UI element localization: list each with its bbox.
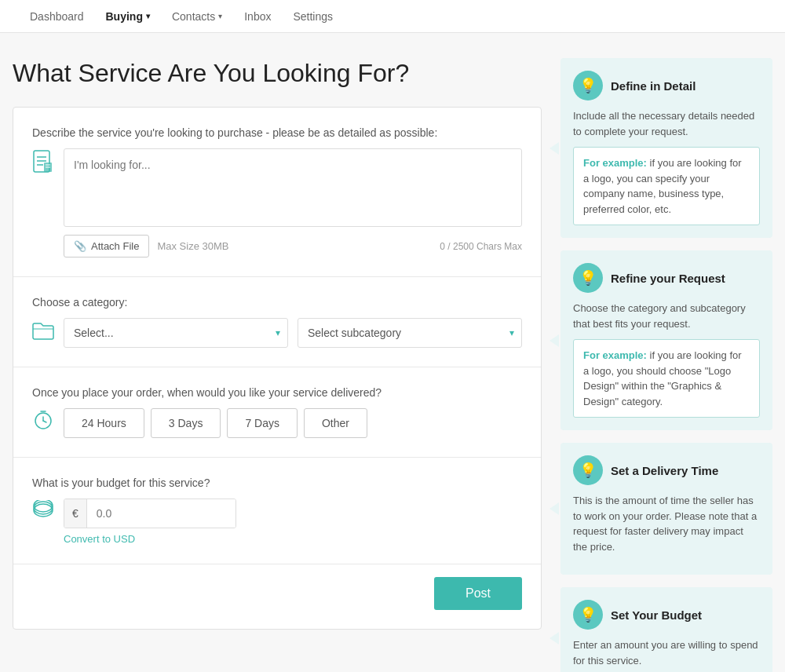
folder-icon [32, 322, 54, 345]
buying-chevron-icon: ▾ [146, 12, 150, 20]
tip3-arrow [550, 502, 559, 515]
tip2-example-label: For example: [583, 349, 647, 361]
subcategory-select[interactable]: Select subcategory [298, 318, 522, 348]
category-row: Select... ▾ Select subcategory ▾ [32, 318, 522, 348]
nav-contacts[interactable]: Contacts ▾ [161, 0, 233, 33]
currency-symbol: € [64, 499, 87, 528]
tip4-arrow [550, 632, 559, 645]
contacts-chevron-icon: ▾ [218, 12, 222, 20]
nav-dashboard[interactable]: Dashboard [19, 0, 95, 33]
budget-section: What is your budget for this service? € [13, 458, 541, 564]
budget-label: What is your budget for this service? [32, 477, 522, 489]
nav-settings[interactable]: Settings [282, 0, 344, 33]
category-section: Choose a category: Select... ▾ [13, 277, 541, 367]
main-nav: Dashboard Buying ▾ Contacts ▾ Inbox Sett… [0, 0, 785, 33]
service-description-input[interactable] [64, 148, 522, 227]
page-title: What Service Are You Looking For? [13, 58, 542, 88]
budget-input-area: € [64, 499, 236, 528]
tip1-title: Define in Detail [611, 79, 696, 93]
tip1-header: 💡 Define in Detail [573, 71, 760, 100]
attach-file-button[interactable]: 📎 Attach File [64, 235, 149, 257]
category-select-wrapper: Select... ▾ [64, 318, 288, 348]
tip2-icon: 💡 [573, 263, 603, 293]
tip1-example: For example: if you are looking for a lo… [573, 147, 760, 225]
tip-delivery-time: 💡 Set a Delivery Time This is the amount… [560, 443, 772, 575]
delivery-7days-button[interactable]: 7 Days [227, 408, 298, 438]
delivery-other-button[interactable]: Other [304, 408, 367, 438]
form-card: Describe the service you're looking to p… [13, 107, 542, 630]
tip4-title: Set Your Budget [611, 608, 702, 622]
tip4-header: 💡 Set Your Budget [573, 600, 760, 630]
char-count: 0 / 2500 Chars Max [440, 241, 522, 252]
budget-input[interactable] [87, 499, 236, 528]
tip4-icon: 💡 [573, 600, 603, 630]
attach-row: 📎 Attach File Max Size 30MB 0 / 2500 Cha… [32, 235, 522, 257]
post-button[interactable]: Post [434, 577, 522, 610]
description-row [32, 148, 522, 227]
svg-line-10 [43, 421, 46, 422]
description-label: Describe the service you're looking to p… [32, 126, 522, 139]
clock-icon [32, 410, 54, 435]
category-select[interactable]: Select... [64, 318, 288, 348]
delivery-24h-button[interactable]: 24 Hours [64, 408, 144, 438]
tip2-desc: Choose the category and subcategory that… [573, 301, 760, 331]
tip3-desc: This is the amount of time the seller ha… [573, 493, 760, 554]
tip2-arrow [550, 334, 559, 347]
convert-to-usd-link[interactable]: Convert to USD [32, 533, 522, 545]
tip2-title: Refine your Request [611, 272, 725, 285]
page-container: What Service Are You Looking For? Descri… [0, 33, 785, 672]
post-row: Post [13, 564, 541, 629]
tip3-header: 💡 Set a Delivery Time [573, 455, 760, 485]
delivery-section: Once you place your order, when would yo… [13, 367, 541, 458]
tip-define-detail: 💡 Define in Detail Include all the neces… [560, 58, 772, 238]
tip2-header: 💡 Refine your Request [573, 263, 760, 293]
budget-input-wrapper: € [64, 499, 236, 528]
delivery-3days-button[interactable]: 3 Days [151, 408, 221, 438]
sidebar: 💡 Define in Detail Include all the neces… [560, 58, 772, 672]
attach-file-label: Attach File [91, 240, 139, 252]
delivery-label: Once you place your order, when would yo… [32, 386, 522, 399]
budget-row: € [32, 499, 522, 528]
subcategory-select-wrapper: Select subcategory ▾ [298, 318, 522, 348]
delivery-row: 24 Hours 3 Days 7 Days Other [32, 408, 522, 438]
main-content: What Service Are You Looking For? Descri… [13, 58, 542, 672]
category-label: Choose a category: [32, 296, 522, 309]
tip1-arrow [550, 142, 559, 155]
tip-set-budget: 💡 Set Your Budget Enter an amount you ar… [560, 587, 772, 672]
paperclip-icon: 📎 [74, 240, 86, 252]
nav-inbox[interactable]: Inbox [233, 0, 282, 33]
tip2-example: For example: if you are looking for a lo… [573, 339, 760, 418]
tip1-example-label: For example: [583, 157, 647, 169]
tip1-icon: 💡 [573, 71, 603, 100]
tip4-desc: Enter an amount you are willing to spend… [573, 637, 760, 668]
tip1-desc: Include all the necessary details needed… [573, 108, 760, 139]
money-icon [32, 500, 54, 525]
tip3-title: Set a Delivery Time [611, 464, 718, 477]
tip-refine-request: 💡 Refine your Request Choose the categor… [560, 250, 772, 430]
tip3-icon: 💡 [573, 455, 603, 485]
document-icon [32, 150, 54, 178]
delivery-options: 24 Hours 3 Days 7 Days Other [64, 408, 367, 438]
attach-note: Max Size 30MB [157, 240, 228, 252]
description-section: Describe the service you're looking to p… [13, 108, 541, 277]
nav-buying[interactable]: Buying ▾ [95, 0, 161, 33]
